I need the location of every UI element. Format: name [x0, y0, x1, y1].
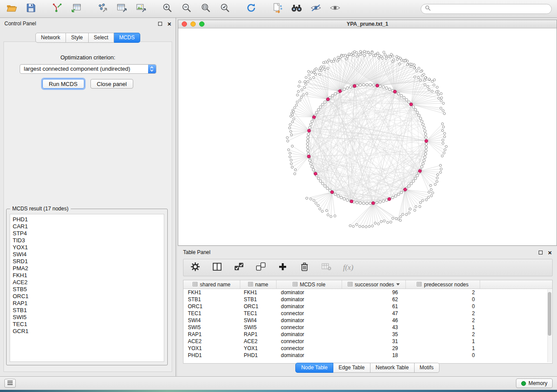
select-all-rows-button[interactable]: [233, 262, 245, 273]
table-row[interactable]: TEC1TEC1connector472: [183, 310, 552, 317]
table-cell: 0: [406, 296, 480, 303]
panel-menu-button[interactable]: [4, 379, 16, 388]
window-close-button[interactable]: [182, 21, 187, 27]
close-table-panel-icon[interactable]: ×: [548, 249, 552, 256]
table-row[interactable]: PHD1PHD1dominator180: [183, 352, 552, 359]
deselect-all-rows-button[interactable]: [255, 262, 266, 273]
save-session-button[interactable]: [24, 3, 38, 15]
table-toolbar: f(x): [183, 259, 553, 276]
mcds-node[interactable]: PMA2: [13, 265, 161, 272]
close-panel-button[interactable]: Close panel: [90, 79, 134, 89]
network-window-titlebar[interactable]: YPA_prune.txt_1: [178, 20, 557, 28]
mcds-node[interactable]: TID3: [13, 237, 161, 244]
table-scrollbar[interactable]: [547, 289, 552, 362]
delete-column-button[interactable]: [299, 262, 310, 273]
table-row[interactable]: ACE2ACE2connector311: [183, 338, 552, 345]
mcds-node[interactable]: SWI4: [13, 251, 161, 258]
mcds-node[interactable]: YOX1: [13, 244, 161, 251]
import-network-button[interactable]: [51, 3, 64, 15]
table-cell: PHD1: [183, 352, 240, 359]
tab-network-table[interactable]: Network Table: [370, 363, 415, 373]
tab-style[interactable]: Style: [66, 33, 89, 43]
tab-select[interactable]: Select: [89, 33, 114, 43]
mcds-result-list[interactable]: PHD1CAR1STP4TID3YOX1SWI4SRD1PMA2FKH1ACE2…: [10, 214, 164, 362]
toggle-columns-button[interactable]: [211, 262, 223, 273]
node-table-body: FKH1FKH1dominator962STB1STB1dominator620…: [183, 289, 552, 359]
table-cell: FKH1: [183, 289, 240, 296]
table-cell: YOX1: [240, 345, 277, 352]
mcds-node[interactable]: SWI5: [13, 314, 161, 321]
find-button[interactable]: [290, 3, 303, 15]
table-cell: TEC1: [240, 310, 277, 317]
table-cell: 2: [406, 317, 480, 324]
tab-network[interactable]: Network: [35, 33, 66, 43]
function-builder-button[interactable]: f(x): [343, 262, 354, 273]
desktop-background: [0, 390, 557, 392]
column-header-shared-name[interactable]: shared name: [183, 280, 240, 289]
criterion-dropdown[interactable]: largest connected component (undirected): [20, 64, 156, 74]
tab-edge-table[interactable]: Edge Table: [333, 363, 370, 373]
show-graphics-button[interactable]: [329, 3, 342, 15]
hide-graphics-button[interactable]: [309, 3, 322, 15]
zoom-selected-button[interactable]: [218, 3, 232, 15]
column-header-mcds-role[interactable]: MCDS role: [277, 280, 342, 289]
import-table-button[interactable]: [70, 3, 83, 15]
mcds-node[interactable]: STB5: [13, 286, 161, 293]
share-network-button[interactable]: [271, 3, 284, 15]
search-input[interactable]: [433, 5, 547, 12]
table-cell: 18: [342, 352, 406, 359]
import-group: [51, 3, 83, 15]
mcds-node[interactable]: ACE2: [13, 279, 161, 286]
mcds-node[interactable]: GCR1: [13, 328, 161, 335]
mcds-node[interactable]: SRD1: [13, 258, 161, 265]
add-column-button[interactable]: [277, 262, 288, 273]
table-row[interactable]: RAP1RAP1dominator352: [183, 331, 552, 338]
mcds-node[interactable]: ORC1: [13, 293, 161, 300]
table-cell: 29: [342, 345, 406, 352]
table-row[interactable]: SWI5SWI5connector431: [183, 324, 552, 331]
zoom-out-button[interactable]: [180, 3, 193, 15]
table-settings-button[interactable]: [190, 262, 201, 273]
refresh-button[interactable]: [245, 3, 258, 15]
network-canvas[interactable]: [178, 28, 557, 245]
table-row[interactable]: YOX1YOX1connector291: [183, 345, 552, 352]
scrollbar-thumb[interactable]: [548, 292, 551, 336]
mcds-node[interactable]: TEC1: [13, 321, 161, 328]
criterion-value: largest connected component (undirected): [24, 65, 131, 72]
window-minimize-button[interactable]: [190, 21, 196, 27]
table-tabs: Node Table Edge Table Network Table Moti…: [178, 363, 557, 373]
window-zoom-button[interactable]: [199, 21, 204, 27]
tab-mcds[interactable]: MCDS: [114, 33, 140, 43]
mcds-node[interactable]: FKH1: [13, 272, 161, 279]
export-table-button[interactable]: [115, 3, 128, 15]
export-image-button[interactable]: [135, 3, 148, 15]
zoom-in-button[interactable]: [161, 3, 174, 15]
float-panel-icon[interactable]: [158, 22, 162, 26]
control-panel: Control Panel × Network Style Select MCD…: [0, 18, 176, 376]
column-header-predecessor-nodes[interactable]: predecessor nodes: [406, 280, 480, 289]
mcds-node[interactable]: STB1: [13, 307, 161, 314]
tab-node-table[interactable]: Node Table: [295, 363, 333, 373]
table-row[interactable]: ORC1ORC1dominator610: [183, 303, 552, 310]
zoom-fit-button[interactable]: [199, 3, 212, 15]
table-row[interactable]: SWI4SWI4dominator462: [183, 317, 552, 324]
memory-button[interactable]: Memory: [516, 378, 553, 388]
mcds-node[interactable]: CAR1: [13, 223, 161, 230]
table-row[interactable]: STB1STB1dominator620: [183, 296, 552, 303]
mcds-node[interactable]: PHD1: [13, 216, 161, 223]
open-session-button[interactable]: [5, 3, 18, 15]
search-field[interactable]: [421, 4, 552, 14]
run-mcds-button[interactable]: Run MCDS: [42, 79, 84, 89]
optimization-criterion-label: Optimization criterion:: [4, 54, 172, 61]
tab-motifs[interactable]: Motifs: [415, 363, 439, 373]
close-panel-icon[interactable]: ×: [167, 21, 171, 27]
float-table-panel-icon[interactable]: [539, 251, 543, 254]
column-header-name[interactable]: name: [240, 280, 277, 289]
column-header-successor-nodes[interactable]: successor nodes: [342, 280, 406, 289]
table-row[interactable]: FKH1FKH1dominator962: [183, 289, 552, 296]
table-cell: TEC1: [183, 310, 240, 317]
mcds-node[interactable]: RAP1: [13, 300, 161, 307]
export-network-button[interactable]: [96, 3, 109, 15]
delete-table-button[interactable]: [321, 262, 332, 273]
mcds-node[interactable]: STP4: [13, 230, 161, 237]
